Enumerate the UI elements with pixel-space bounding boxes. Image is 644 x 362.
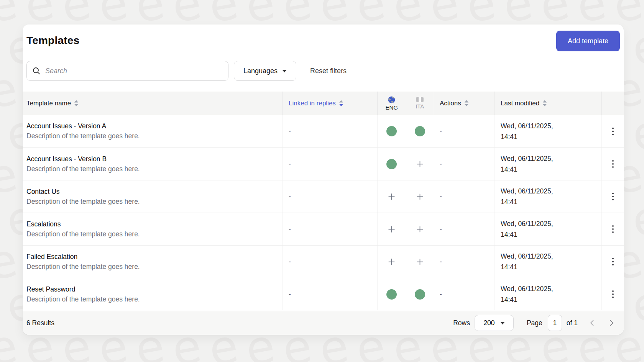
add-language-icon (388, 258, 396, 266)
last-modified-value: Wed, 06/11/2025, 14:41 (494, 115, 601, 147)
row-menu-button[interactable] (609, 287, 617, 301)
template-name: Failed Escalation (26, 253, 77, 261)
ita-language-status[interactable] (406, 193, 434, 201)
eng-language-status[interactable] (378, 193, 406, 201)
search-box[interactable] (26, 61, 228, 81)
templates-panel: Templates Add template Languages Reset f… (23, 25, 624, 335)
ita-language-status[interactable] (406, 160, 434, 168)
templates-table: Template name Linked in replies (23, 92, 624, 311)
table-row[interactable]: Account Issues - Version B Description o… (23, 147, 624, 180)
table-row[interactable]: Reset Password Description of the templa… (23, 278, 624, 310)
table-row[interactable]: Escalations Description of the template … (23, 213, 624, 245)
eng-language-status[interactable] (378, 225, 406, 233)
ita-language-status[interactable] (406, 289, 434, 300)
kebab-menu-icon (612, 225, 614, 227)
chevron-down-icon (282, 70, 287, 72)
ita-language-status[interactable] (406, 225, 434, 233)
table-header-row: Template name Linked in replies (23, 92, 624, 115)
language-active-dot (386, 159, 397, 169)
table-row[interactable]: Failed Escalation Description of the tem… (23, 245, 624, 278)
column-header-linked-in-replies[interactable]: Linked in replies (289, 100, 343, 107)
table-body: Account Issues - Version A Description o… (23, 115, 624, 311)
table-footer: 6 Results Rows 200 Page of 1 (23, 311, 624, 335)
chevron-left-icon (589, 319, 595, 327)
actions-value: - (440, 160, 442, 168)
sort-icon-descending (339, 100, 343, 106)
add-language-icon (416, 258, 424, 266)
kebab-menu-icon (612, 290, 614, 292)
actions-value: - (440, 290, 442, 298)
sort-icon (74, 100, 79, 106)
template-description: Description of the template goes here. (26, 198, 140, 206)
template-name: Reset Password (26, 285, 75, 293)
kebab-menu-icon (612, 160, 614, 162)
add-language-icon (416, 160, 424, 168)
kebab-menu-icon (612, 193, 614, 194)
table-row[interactable]: Contact Us Description of the template g… (23, 180, 624, 213)
page-title: Templates (26, 34, 620, 47)
template-name: Contact Us (26, 188, 60, 196)
page-count-label: of 1 (567, 319, 578, 327)
last-modified-value: Wed, 06/11/2025, 14:41 (494, 246, 601, 278)
ita-language-status[interactable] (406, 126, 434, 136)
panel-header: Templates Add template (23, 25, 624, 61)
linked-in-replies-value: - (289, 258, 291, 266)
languages-filter-label: Languages (243, 67, 278, 75)
italy-flag-icon (416, 97, 424, 102)
languages-filter-button[interactable]: Languages (234, 61, 296, 81)
results-count: 6 Results (26, 319, 54, 327)
row-menu-button[interactable] (609, 190, 617, 203)
column-header-row-menu (601, 92, 624, 115)
column-header-last-modified[interactable]: Last modified (501, 100, 547, 107)
add-language-icon (416, 225, 424, 233)
page-label: Page (527, 319, 542, 327)
row-menu-button[interactable] (609, 124, 617, 138)
actions-value: - (440, 127, 442, 135)
eng-language-status[interactable] (378, 289, 406, 300)
linked-in-replies-value: - (289, 193, 291, 201)
table-row[interactable]: Account Issues - Version A Description o… (23, 115, 624, 147)
template-name: Account Issues - Version A (26, 122, 106, 130)
row-menu-button[interactable] (609, 157, 617, 171)
kebab-menu-icon (612, 128, 614, 129)
search-input[interactable] (45, 67, 223, 75)
globe-icon (388, 96, 395, 103)
column-header-actions[interactable]: Actions (440, 100, 469, 107)
row-menu-button[interactable] (609, 255, 617, 269)
template-description: Description of the template goes here. (26, 230, 140, 238)
language-active-dot (386, 126, 397, 136)
page-number-input[interactable] (548, 315, 562, 331)
add-language-icon (416, 193, 424, 201)
linked-in-replies-value: - (289, 127, 291, 135)
language-active-dot (415, 126, 425, 136)
last-modified-value: Wed, 06/11/2025, 14:41 (494, 213, 601, 245)
column-header-eng[interactable]: ENG (378, 96, 406, 111)
rows-per-page-select[interactable]: 200 (475, 315, 514, 331)
reset-filters-button[interactable]: Reset filters (310, 67, 347, 75)
add-template-button[interactable]: Add template (556, 31, 620, 51)
column-header-ita[interactable]: ITA (406, 97, 434, 110)
column-header-template-name[interactable]: Template name (26, 100, 79, 107)
eng-language-status[interactable] (378, 126, 406, 136)
template-name: Escalations (26, 220, 61, 228)
last-modified-value: Wed, 06/11/2025, 14:41 (494, 148, 601, 180)
rows-per-page-value: 200 (483, 319, 495, 327)
template-description: Description of the template goes here. (26, 132, 140, 140)
add-language-icon (388, 225, 396, 233)
linked-in-replies-value: - (289, 160, 291, 168)
rows-per-page-label: Rows (453, 319, 470, 327)
last-modified-value: Wed, 06/11/2025, 14:41 (494, 180, 601, 213)
eng-language-status[interactable] (378, 258, 406, 266)
kebab-menu-icon (612, 258, 614, 259)
search-icon (32, 67, 41, 75)
template-description: Description of the template goes here. (26, 165, 140, 173)
eng-language-status[interactable] (378, 159, 406, 169)
ita-language-status[interactable] (406, 258, 434, 266)
previous-page-button[interactable] (588, 318, 596, 328)
row-menu-button[interactable] (609, 222, 617, 236)
template-name: Account Issues - Version B (26, 155, 107, 163)
linked-in-replies-value: - (289, 290, 291, 298)
actions-value: - (440, 258, 442, 266)
next-page-button[interactable] (608, 318, 616, 328)
add-language-icon (388, 193, 396, 201)
